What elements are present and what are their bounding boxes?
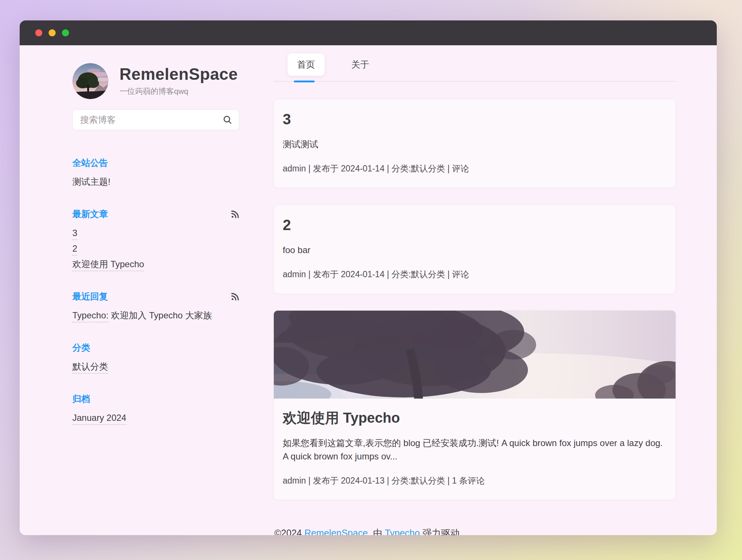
reply-author-link[interactable]: Typecho:	[72, 310, 108, 322]
tab-home[interactable]: 首页	[288, 53, 325, 76]
tab-about[interactable]: 关于	[342, 53, 379, 76]
nav-tabs: 首页 关于	[288, 54, 676, 75]
avatar-image	[72, 63, 108, 99]
blog-title: RemelenSpace	[119, 66, 238, 83]
post-title[interactable]: 3	[283, 111, 664, 127]
search-input[interactable]	[79, 114, 223, 125]
post-meta: admin | 发布于 2024-01-13 | 分类:默认分类 | 1 条评论	[283, 475, 664, 487]
section-categories: 分类 默认分类	[72, 342, 239, 374]
minimize-button[interactable]	[49, 29, 56, 36]
sidebar: RemelenSpace 一位蒟蒻的博客qwq 全站公告 测试主题!	[72, 63, 239, 426]
window-titlebar[interactable]	[20, 20, 717, 45]
post-cover-image[interactable]	[274, 311, 676, 399]
blog-profile: RemelenSpace 一位蒟蒻的博客qwq	[72, 63, 239, 99]
rss-icon[interactable]	[231, 292, 239, 301]
archive-link[interactable]: January 2024	[72, 412, 126, 425]
footer-middle-text: . 由	[368, 528, 385, 535]
close-button[interactable]	[35, 29, 42, 36]
post-card[interactable]: 欢迎使用 Typecho 如果您看到这篇文章,表示您的 blog 已经安装成功.…	[273, 310, 676, 500]
browser-window: RemelenSpace 一位蒟蒻的博客qwq 全站公告 测试主题!	[20, 20, 717, 535]
reply-text: 欢迎加入 Typecho 大家族	[108, 310, 212, 320]
categories-heading: 分类	[72, 342, 90, 354]
sidebar-post-link[interactable]: 欢迎使用 Typecho	[72, 258, 144, 271]
tabs-divider	[273, 81, 676, 82]
rss-icon[interactable]	[231, 210, 239, 219]
post-card[interactable]: 3 测试测试 admin | 发布于 2024-01-14 | 分类:默认分类 …	[273, 99, 676, 188]
maximize-button[interactable]	[62, 29, 69, 36]
post-title[interactable]: 2	[283, 217, 664, 233]
search-icon[interactable]	[223, 115, 232, 125]
blog-identity: RemelenSpace 一位蒟蒻的博客qwq	[119, 66, 238, 96]
post-card[interactable]: 2 foo bar admin | 发布于 2024-01-14 | 分类:默认…	[273, 204, 676, 294]
avatar[interactable]	[72, 63, 108, 99]
recent-replies-heading: 最近回复	[72, 291, 108, 302]
footer-site-link[interactable]: RemelenSpace	[304, 528, 368, 535]
announcement-text: 测试主题!	[72, 174, 239, 190]
post-excerpt: foo bar	[283, 243, 664, 257]
category-link[interactable]: 默认分类	[72, 361, 108, 374]
sidebar-post-link[interactable]: 2	[72, 243, 77, 256]
archives-heading: 归档	[72, 393, 90, 405]
section-archives: 归档 January 2024	[72, 393, 239, 426]
page-content: RemelenSpace 一位蒟蒻的博客qwq 全站公告 测试主题!	[20, 45, 717, 500]
section-latest-posts: 最新文章 3 2 欢迎使用 Typecho	[72, 208, 239, 272]
post-excerpt: 测试测试	[283, 138, 664, 151]
sidebar-post-link[interactable]: 3	[72, 227, 77, 240]
section-recent-replies: 最近回复 Typecho: 欢迎加入 Typecho 大家族	[72, 291, 239, 323]
post-meta: admin | 发布于 2024-01-14 | 分类:默认分类 | 评论	[283, 163, 664, 174]
post-title[interactable]: 欢迎使用 Typecho	[283, 410, 664, 426]
section-announcement: 全站公告 测试主题!	[72, 157, 239, 190]
footer-copyright: ©2024	[274, 528, 304, 535]
post-excerpt: 如果您看到这篇文章,表示您的 blog 已经安装成功.测试! A quick b…	[283, 436, 664, 463]
announcement-heading: 全站公告	[72, 157, 108, 169]
footer-suffix-text: 强力驱动.	[420, 528, 462, 535]
latest-posts-heading: 最新文章	[72, 208, 108, 220]
blog-subtitle: 一位蒟蒻的博客qwq	[119, 86, 238, 96]
main-column: 首页 关于 3 测试测试 admin | 发布于 2024-01-14 | 分类…	[273, 54, 676, 500]
post-meta: admin | 发布于 2024-01-14 | 分类:默认分类 | 评论	[283, 269, 664, 280]
site-footer: ©2024 RemelenSpace. 由 Typecho 强力驱动.	[20, 527, 717, 535]
footer-typecho-link[interactable]: Typecho	[385, 528, 420, 535]
search-box[interactable]	[72, 109, 239, 130]
active-tab-indicator	[294, 81, 315, 82]
